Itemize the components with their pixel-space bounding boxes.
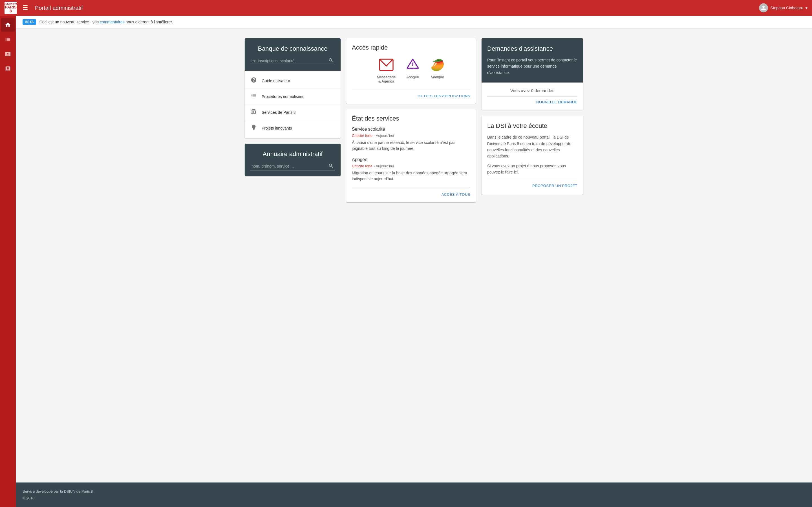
criticite-badge-1: Criticité forte [352, 164, 372, 168]
demandes-card: Demandes d'assistance Pour l'instant ce … [481, 38, 583, 110]
demandes-count: Vous avez 0 demandes [510, 88, 554, 93]
service-scolarite-status: Criticité forte - Aujourd'hui [352, 133, 470, 138]
user-menu[interactable]: Stephan Ciobotaru ▾ [759, 3, 808, 12]
annuaire-card: Annuaire administratif [245, 144, 341, 176]
banque-header: Banque de connaissance [245, 38, 341, 71]
commentaires-link[interactable]: commentaires [100, 20, 124, 24]
app-messagerie[interactable]: Messagerie& Agenda [377, 57, 396, 83]
service-date-1: - [373, 164, 375, 168]
lightbulb-icon [250, 124, 257, 132]
service-apogee: Apogée Criticité forte - Aujourd'hui Mig… [352, 157, 470, 182]
menu-label-guide: Guide utilisateur [262, 78, 290, 83]
menu-label-procedures: Procédures normalisées [262, 94, 304, 99]
user-avatar-icon [759, 3, 768, 12]
right-column: Demandes d'assistance Pour l'instant ce … [481, 38, 583, 202]
annuaire-header: Annuaire administratif [245, 144, 341, 176]
assist-header: Demandes d'assistance Pour l'instant ce … [481, 38, 583, 82]
assist-divider [487, 96, 577, 97]
footer-line2: © 2018 [22, 495, 805, 501]
footer-line1: Service développé par la DSIUN de Paris … [22, 488, 805, 495]
banque-card: Banque de connaissance Guide utilisateur [245, 38, 341, 138]
sidebar-item-list[interactable] [1, 33, 15, 46]
service-apogee-desc: Migration en cours sur la base des donné… [352, 170, 470, 182]
apogee-icon: APOGEE [405, 57, 421, 73]
banque-title: Banque de connaissance [250, 45, 335, 52]
nouvelle-demande-link[interactable]: NOUVELLE DEMANDE [536, 100, 577, 104]
apogee-label: Apogée [406, 75, 419, 79]
side-navigation [0, 16, 16, 507]
service-scolarite: Service scolarité Criticité forte - Aujo… [352, 127, 470, 152]
menu-item-projets[interactable]: Projets innovants [245, 120, 341, 136]
banque-menu-list: Guide utilisateur Procédures normalisées… [245, 71, 341, 138]
building-icon [250, 108, 257, 116]
banque-search-input[interactable] [250, 57, 335, 65]
etat-services-title: État des services [352, 115, 470, 122]
mangue-icon: 🥭 [430, 57, 446, 73]
criticite-badge-0: Criticité forte [352, 133, 372, 138]
assist-body: Vous avez 0 demandes NOUVELLE DEMANDE [481, 82, 583, 110]
page-title: Portail administratif [35, 5, 755, 11]
app-grid: Messagerie& Agenda APOGEE Apogée [352, 57, 470, 83]
annuaire-search-button[interactable] [328, 163, 334, 170]
acces-tous-link[interactable]: ACCÈS À TOUS [352, 190, 470, 196]
top-navigation: UNIVERSITÉ PARIS 8 ☰ Portail administrat… [0, 0, 812, 16]
menu-item-procedures[interactable]: Procédures normalisées [245, 89, 341, 105]
list-icon [250, 93, 257, 100]
toutes-applications-link[interactable]: TOUTES LES APPLICATIONS [352, 92, 470, 98]
banque-search-button[interactable] [328, 57, 334, 64]
annuaire-search-wrapper [250, 162, 335, 170]
university-logo: UNIVERSITÉ PARIS 8 [4, 2, 17, 14]
proposer-projet-link[interactable]: PROPOSER UN PROJET [487, 181, 577, 188]
acces-rapide-title: Accès rapide [352, 44, 470, 51]
demandes-desc: Pour l'instant ce portail vous permet de… [487, 57, 577, 76]
annuaire-title: Annuaire administratif [250, 151, 335, 158]
beta-badge: BETA [22, 19, 36, 25]
footer: Service développé par la DSIUN de Paris … [0, 483, 812, 507]
help-icon [250, 77, 257, 84]
content-grid: Banque de connaissance Guide utilisateur [245, 38, 583, 202]
acces-rapide-card: Accès rapide Messagerie& Agenda [346, 38, 476, 104]
service-scolarite-name: Service scolarité [352, 127, 470, 132]
service-date-label-0: Aujourd'hui [376, 133, 394, 138]
banque-search-wrapper [250, 57, 335, 65]
dsi-card: La DSI à votre écoute Dans le cadre de c… [481, 115, 583, 194]
annuaire-search-input[interactable] [250, 162, 335, 170]
main-content: Banque de connaissance Guide utilisateur [16, 16, 812, 483]
sidebar-item-board[interactable] [1, 62, 15, 75]
service-apogee-name: Apogée [352, 157, 470, 162]
messagerie-label: Messagerie& Agenda [377, 75, 396, 83]
menu-label-services: Services de Paris 8 [262, 110, 296, 115]
sidebar-item-home[interactable] [1, 18, 15, 32]
svg-text:APOGEE: APOGEE [408, 67, 417, 70]
service-date-0: - [373, 133, 375, 138]
dsi-para2: Si vous avez un projet à nous proposer, … [487, 163, 577, 175]
sidebar-item-profile[interactable] [1, 47, 15, 61]
dsi-para1: Dans le cadre de ce nouveau portail, la … [487, 134, 577, 159]
beta-banner: BETA Ceci est un nouveau service - vos c… [16, 16, 812, 29]
dsi-title: La DSI à votre écoute [487, 122, 577, 129]
service-date-label-1: Aujourd'hui [376, 164, 394, 168]
menu-item-guide[interactable]: Guide utilisateur [245, 73, 341, 89]
menu-item-services[interactable]: Services de Paris 8 [245, 105, 341, 120]
app-mangue[interactable]: 🥭 Mangue [430, 57, 446, 83]
middle-column: Accès rapide Messagerie& Agenda [346, 38, 476, 202]
app-apogee[interactable]: APOGEE Apogée [405, 57, 421, 83]
mangue-label: Mangue [431, 75, 444, 79]
menu-icon[interactable]: ☰ [22, 4, 28, 11]
dropdown-icon: ▾ [806, 6, 808, 10]
left-column: Banque de connaissance Guide utilisateur [245, 38, 341, 202]
beta-text: Ceci est un nouveau service - vos commen… [40, 20, 173, 24]
menu-label-projets: Projets innovants [262, 126, 292, 130]
service-scolarite-desc: À cause d'une panne réseaux, le service … [352, 140, 470, 152]
etat-services-card: État des services Service scolarité Crit… [346, 109, 476, 202]
messagerie-icon [378, 57, 394, 73]
service-apogee-status: Criticité forte - Aujourd'hui [352, 163, 470, 168]
demandes-title: Demandes d'assistance [487, 45, 577, 52]
username: Stephan Ciobotaru [770, 6, 803, 10]
